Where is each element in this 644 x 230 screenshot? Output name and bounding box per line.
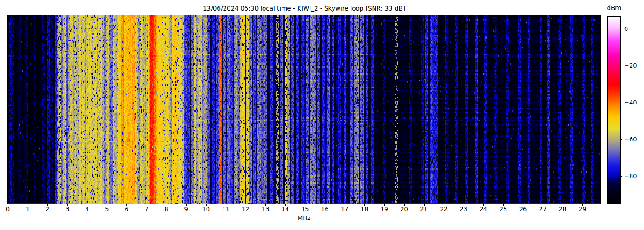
colorbar-tick-mark <box>621 66 622 66</box>
x-axis-label: MHz <box>8 214 600 221</box>
colorbar-label: dBm <box>604 4 625 12</box>
x-tick-label: 17 <box>335 206 354 213</box>
x-tick-label: 22 <box>435 206 453 213</box>
x-tick-label: 12 <box>236 206 255 213</box>
x-tick-label: 3 <box>58 206 76 213</box>
x-tick-label: 20 <box>395 206 414 213</box>
x-tick-label: 21 <box>415 206 433 213</box>
x-tick-label: 11 <box>217 206 235 213</box>
x-tick-label: 16 <box>316 206 334 213</box>
colorbar-tick-mark <box>621 139 622 140</box>
x-tick-label: 18 <box>355 206 374 213</box>
x-tick-label: 26 <box>514 206 532 213</box>
x-tick-label: 0 <box>0 206 17 213</box>
colorbar-tick-mark <box>621 103 622 103</box>
x-tick-label: 29 <box>573 206 592 213</box>
colorbar-tick-mark <box>621 29 622 29</box>
colorbar-tick-label: −40 <box>624 99 637 106</box>
x-tick-label: 7 <box>138 206 156 213</box>
colorbar-tick-mark <box>621 176 622 177</box>
spectrogram-figure: 13/06/2024 05:30 local time - KIWI_2 - S… <box>0 0 644 230</box>
x-tick-label: 10 <box>197 206 215 213</box>
x-tick-label: 8 <box>157 206 176 213</box>
x-tick-label: 14 <box>276 206 294 213</box>
spectrogram-canvas <box>8 15 600 204</box>
x-tick-label: 28 <box>553 206 572 213</box>
x-tick-label: 9 <box>177 206 196 213</box>
colorbar-tick-label: −60 <box>624 136 637 143</box>
x-tick-label: 15 <box>296 206 314 213</box>
x-tick-label: 6 <box>117 206 136 213</box>
x-tick-label: 23 <box>454 206 473 213</box>
x-tick-label: 4 <box>78 206 96 213</box>
x-tick-label: 27 <box>534 206 552 213</box>
x-tick-label: 13 <box>256 206 275 213</box>
x-tick-label: 5 <box>98 206 116 213</box>
x-tick-label: 1 <box>18 206 37 213</box>
colorbar <box>607 16 621 204</box>
x-tick-label: 25 <box>494 206 512 213</box>
x-tick-label: 24 <box>474 206 493 213</box>
colorbar-tick-label: −80 <box>624 172 637 180</box>
chart-title: 13/06/2024 05:30 local time - KIWI_2 - S… <box>8 5 600 12</box>
colorbar-tick-label: −20 <box>624 62 637 69</box>
colorbar-tick-label: 0 <box>624 25 628 33</box>
x-tick-label: 19 <box>375 206 393 213</box>
x-tick-label: 2 <box>38 206 57 213</box>
